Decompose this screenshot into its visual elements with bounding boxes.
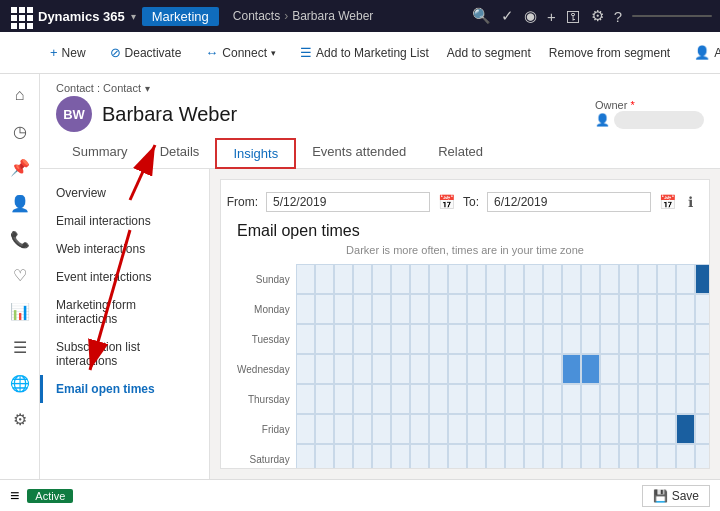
sidebar-contacts-icon[interactable]: 👤 — [2, 186, 38, 220]
add-marketing-button[interactable]: ☰ Add to Marketing List — [292, 41, 437, 64]
heatmap-cell-tuesday-21 — [695, 324, 710, 354]
assign-button[interactable]: 👤 Assign — [686, 41, 720, 64]
heatmap-cell-tuesday-13 — [543, 324, 562, 354]
heatmap-cell-sunday-19 — [657, 264, 676, 294]
heatmap-cell-sunday-8 — [448, 264, 467, 294]
heatmap-cell-thursday-12 — [524, 384, 543, 414]
heatmap-cell-thursday-3 — [353, 384, 372, 414]
new-button[interactable]: + New — [42, 41, 94, 64]
nav-item-subscription[interactable]: Subscription list interactions — [40, 333, 209, 375]
info-icon[interactable]: ℹ — [688, 194, 693, 210]
heatmap-cell-saturday-21 — [695, 444, 710, 469]
tab-related[interactable]: Related — [422, 138, 499, 168]
heatmap-chart: Sunday Monday Tuesday Wednesday Thursday… — [237, 264, 693, 469]
y-label-thursday: Thursday — [237, 384, 290, 414]
heatmap-cell-wednesday-11 — [505, 354, 524, 384]
sidebar-settings-icon[interactable]: ⚙ — [2, 402, 38, 436]
settings-icon[interactable]: ⚙ — [591, 7, 604, 25]
nav-item-web-interactions[interactable]: Web interactions — [40, 235, 209, 263]
tab-insights[interactable]: Insights — [215, 138, 296, 169]
heatmap-cell-monday-4 — [372, 294, 391, 324]
heatmap-cell-monday-12 — [524, 294, 543, 324]
heatmap-cell-sunday-3 — [353, 264, 372, 294]
app-grid-icon[interactable] — [8, 4, 32, 28]
nav-item-marketing-form[interactable]: Marketing form interactions — [40, 291, 209, 333]
add-segment-button[interactable]: Add to segment — [439, 42, 539, 64]
heatmap-cell-sunday-5 — [391, 264, 410, 294]
nav-item-email-open-times[interactable]: Email open times — [40, 375, 209, 403]
remove-segment-button[interactable]: Remove from segment — [541, 42, 678, 64]
nav-item-overview[interactable]: Overview — [40, 179, 209, 207]
search-icon[interactable]: 🔍 — [472, 7, 491, 25]
heatmap-cell-monday-7 — [429, 294, 448, 324]
sidebar-globe-icon[interactable]: 🌐 — [2, 366, 38, 400]
contact-type-text: Contact : Contact — [56, 82, 141, 94]
date-to-calendar-icon[interactable]: 📅 — [659, 194, 676, 210]
top-bar-action-icons: 🔍 ✓ ◉ + ⚿ ⚙ ? — [472, 7, 712, 25]
tab-details[interactable]: Details — [144, 138, 216, 168]
module-name[interactable]: Marketing — [142, 7, 219, 26]
sidebar-list-icon[interactable]: ☰ — [2, 330, 38, 364]
connect-chevron: ▾ — [271, 48, 276, 58]
heatmap-cell-saturday-20 — [676, 444, 695, 469]
sidebar-heart-icon[interactable]: ♡ — [2, 258, 38, 292]
sidebar-home-icon[interactable]: ⌂ — [2, 78, 38, 112]
save-button[interactable]: 💾 Save — [642, 485, 710, 507]
status-badge: Active — [27, 489, 73, 503]
add-icon[interactable]: + — [547, 8, 556, 25]
help-icon[interactable]: ? — [614, 8, 622, 25]
nav-item-email-interactions[interactable]: Email interactions — [40, 207, 209, 235]
heatmap-cell-wednesday-9 — [467, 354, 486, 384]
heatmap-cell-tuesday-11 — [505, 324, 524, 354]
sidebar-chart-icon[interactable]: 📊 — [2, 294, 38, 328]
heatmap-cell-thursday-15 — [581, 384, 600, 414]
contact-name-row: BW Barbara Weber Owner * 👤 — [56, 96, 704, 132]
heatmap-cell-thursday-10 — [486, 384, 505, 414]
breadcrumb-contacts[interactable]: Contacts — [233, 9, 280, 23]
y-label-friday: Friday — [237, 414, 290, 444]
contact-type-chevron[interactable]: ▾ — [145, 83, 150, 94]
sidebar-phone-icon[interactable]: 📞 — [2, 222, 38, 256]
date-from-calendar-icon[interactable]: 📅 — [438, 194, 455, 210]
heatmap-row-sunday — [296, 264, 710, 294]
heatmap-cell-saturday-16 — [600, 444, 619, 469]
user-avatar-pill[interactable] — [632, 15, 712, 17]
date-from-input[interactable] — [266, 192, 430, 212]
sidebar-pinned-icon[interactable]: 📌 — [2, 150, 38, 184]
location-icon[interactable]: ◉ — [524, 7, 537, 25]
tab-events-attended[interactable]: Events attended — [296, 138, 422, 168]
connect-button[interactable]: ↔ Connect ▾ — [197, 41, 284, 64]
heatmap-cell-wednesday-1 — [315, 354, 334, 384]
heatmap-cell-monday-18 — [638, 294, 657, 324]
heatmap-cell-friday-5 — [391, 414, 410, 444]
heatmap-cell-sunday-14 — [562, 264, 581, 294]
date-to-input[interactable] — [487, 192, 651, 212]
heatmap-cell-tuesday-19 — [657, 324, 676, 354]
heatmap-cell-friday-12 — [524, 414, 543, 444]
date-to-label: To: — [463, 195, 479, 209]
heatmap-cell-sunday-6 — [410, 264, 429, 294]
filter-icon[interactable]: ⚿ — [566, 8, 581, 25]
check-icon[interactable]: ✓ — [501, 7, 514, 25]
hamburger-icon[interactable]: ≡ — [10, 487, 19, 505]
heatmap-cell-saturday-11 — [505, 444, 524, 469]
nav-item-event-interactions[interactable]: Event interactions — [40, 263, 209, 291]
top-navigation-bar: Dynamics 365 ▾ Marketing Contacts › Barb… — [0, 0, 720, 32]
heatmap-cell-monday-2 — [334, 294, 353, 324]
heatmap-cell-wednesday-21 — [695, 354, 710, 384]
sidebar-icons: ⌂ ◷ 📌 👤 📞 ♡ 📊 ☰ 🌐 ⚙ — [0, 74, 40, 479]
owner-pill[interactable] — [614, 111, 704, 129]
heatmap-cell-saturday-17 — [619, 444, 638, 469]
tab-summary[interactable]: Summary — [56, 138, 144, 168]
deactivate-button[interactable]: ⊘ Deactivate — [102, 41, 190, 64]
heatmap-cell-saturday-10 — [486, 444, 505, 469]
sidebar-recent-icon[interactable]: ◷ — [2, 114, 38, 148]
connect-icon: ↔ — [205, 45, 218, 60]
heatmap-cell-saturday-1 — [315, 444, 334, 469]
heatmap-cell-friday-4 — [372, 414, 391, 444]
heatmap-cell-sunday-11 — [505, 264, 524, 294]
heatmap-cell-tuesday-15 — [581, 324, 600, 354]
contact-avatar: BW — [56, 96, 92, 132]
breadcrumb-sep: › — [284, 9, 288, 23]
heatmap-grid: Sunday Monday Tuesday Wednesday Thursday… — [237, 264, 693, 469]
